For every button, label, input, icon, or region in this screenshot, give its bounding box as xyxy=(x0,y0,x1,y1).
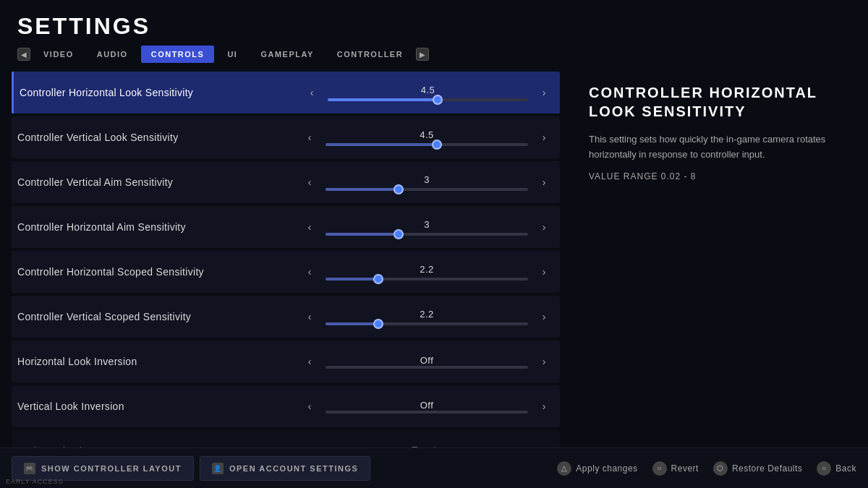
restore-defaults-button[interactable]: ⬡ Restore Defaults xyxy=(713,461,802,476)
setting-row-ctrl-horiz-aim[interactable]: Controller Horizontal Aim Sensitivity‹3› xyxy=(12,206,560,248)
slider-fill-ctrl-horiz-scoped xyxy=(326,278,378,281)
slider-container-ctrl-horiz-look[interactable]: 4.5 xyxy=(328,80,528,106)
back-button[interactable]: ○ Back xyxy=(817,461,856,476)
setting-label-horiz-inversion: Horizontal Look Inversion xyxy=(17,355,299,368)
decrease-btn-ctrl-horiz-look[interactable]: ‹ xyxy=(302,80,322,106)
decrease-btn-ctrl-vert-aim[interactable]: ‹ xyxy=(299,169,320,195)
decrease-btn-ctrl-horiz-scoped[interactable]: ‹ xyxy=(299,259,320,285)
increase-btn-ctrl-horiz-aim[interactable]: › xyxy=(534,214,554,240)
bottom-bar: 🎮 SHOW CONTROLLER LAYOUT 👤 OPEN ACCOUNT … xyxy=(0,448,868,488)
slider-container-ctrl-vert-aim[interactable]: 3 xyxy=(326,169,528,195)
slider-thumb-ctrl-horiz-look xyxy=(433,95,443,105)
increase-btn-ctrl-vert-look[interactable]: › xyxy=(534,124,554,150)
slider-value-ctrl-horiz-scoped: 2.2 xyxy=(420,264,434,275)
bottom-right-actions: △ Apply changes ○ Revert ⬡ Restore Defau… xyxy=(557,461,856,476)
info-panel: CONTROLLER HORIZONTAL LOOK SENSITIVITY T… xyxy=(571,69,868,463)
slider-thumb-ctrl-vert-look xyxy=(432,140,442,150)
setting-label-ctrl-horiz-aim: Controller Horizontal Aim Sensitivity xyxy=(17,221,299,234)
slider-thumb-ctrl-vert-aim xyxy=(393,184,404,194)
tab-ui[interactable]: UI xyxy=(217,46,247,63)
decrease-btn-ctrl-vert-look[interactable]: ‹ xyxy=(299,124,320,150)
slider-container-horiz-inversion[interactable]: Off xyxy=(326,348,528,374)
slider-fill-ctrl-vert-look xyxy=(326,143,437,146)
toggle-value-horiz-inversion: Off xyxy=(326,355,528,366)
tab-gameplay[interactable]: GAMEPLAY xyxy=(250,46,323,63)
tab-controls[interactable]: CONTROLS xyxy=(141,46,215,63)
bottom-left-actions: 🎮 SHOW CONTROLLER LAYOUT 👤 OPEN ACCOUNT … xyxy=(12,456,370,481)
increase-btn-ctrl-vert-aim[interactable]: › xyxy=(534,169,554,195)
show-controller-layout-button[interactable]: 🎮 SHOW CONTROLLER LAYOUT xyxy=(12,456,194,481)
account-icon: 👤 xyxy=(212,463,224,474)
tab-video[interactable]: VIDEO xyxy=(33,46,84,63)
early-access-label: EARLY ACCESS xyxy=(6,478,64,485)
setting-row-ctrl-vert-aim[interactable]: Controller Vertical Aim Sensitivity‹3› xyxy=(12,161,560,203)
setting-row-ctrl-horiz-scoped[interactable]: Controller Horizontal Scoped Sensitivity… xyxy=(12,251,560,293)
increase-btn-ctrl-vert-scoped[interactable]: › xyxy=(534,304,554,330)
decrease-btn-vert-inversion[interactable]: ‹ xyxy=(299,393,320,419)
slider-value-ctrl-vert-scoped: 2.2 xyxy=(420,309,434,320)
slider-container-ctrl-horiz-scoped[interactable]: 2.2 xyxy=(326,259,528,285)
tab-audio[interactable]: AUDIO xyxy=(87,46,138,63)
tab-controller[interactable]: CONTROLLER xyxy=(327,46,413,63)
slider-container-ctrl-horiz-aim[interactable]: 3 xyxy=(326,214,528,240)
info-title: CONTROLLER HORIZONTAL LOOK SENSITIVITY xyxy=(589,83,851,121)
nav-right-icon[interactable]: ▶ xyxy=(416,48,429,61)
nav-left-icon[interactable]: ◀ xyxy=(17,48,30,61)
setting-label-ctrl-horiz-scoped: Controller Horizontal Scoped Sensitivity xyxy=(17,265,299,278)
setting-row-horiz-inversion[interactable]: Horizontal Look Inversion‹Off› xyxy=(12,341,560,382)
slider-track-ctrl-vert-scoped xyxy=(326,322,528,325)
increase-btn-horiz-inversion[interactable]: › xyxy=(534,348,554,374)
slider-fill-ctrl-vert-scoped xyxy=(326,322,378,325)
info-range: VALUE RANGE 0.02 - 8 xyxy=(589,171,851,181)
setting-label-ctrl-vert-scoped: Controller Vertical Scoped Sensitivity xyxy=(17,310,299,323)
slider-value-ctrl-vert-aim: 3 xyxy=(424,174,430,185)
slider-container-ctrl-vert-look[interactable]: 4.5 xyxy=(326,124,528,150)
nav-tabs: ◀ VIDEO AUDIO CONTROLS UI GAMEPLAY CONTR… xyxy=(0,46,868,63)
open-account-settings-button[interactable]: 👤 OPEN ACCOUNT SETTINGS xyxy=(200,456,370,481)
revert-button[interactable]: ○ Revert xyxy=(652,461,699,476)
main-content: Controller Horizontal Look Sensitivity‹4… xyxy=(0,69,868,463)
decrease-btn-horiz-inversion[interactable]: ‹ xyxy=(299,348,320,374)
decrease-btn-ctrl-vert-scoped[interactable]: ‹ xyxy=(299,304,320,330)
setting-label-vert-inversion: Vertical Look Inversion xyxy=(17,400,299,413)
setting-row-ctrl-vert-look[interactable]: Controller Vertical Look Sensitivity‹4.5… xyxy=(12,116,560,158)
slider-track-ctrl-horiz-scoped xyxy=(326,278,528,281)
apply-changes-button[interactable]: △ Apply changes xyxy=(557,461,637,476)
toggle-track-vert-inversion xyxy=(326,411,528,414)
increase-btn-ctrl-horiz-scoped[interactable]: › xyxy=(534,259,554,285)
setting-label-ctrl-horiz-look: Controller Horizontal Look Sensitivity xyxy=(20,86,302,99)
settings-panel: Controller Horizontal Look Sensitivity‹4… xyxy=(0,69,571,463)
slider-container-vert-inversion[interactable]: Off xyxy=(326,393,528,419)
slider-value-ctrl-horiz-aim: 3 xyxy=(424,219,430,230)
setting-row-ctrl-horiz-look[interactable]: Controller Horizontal Look Sensitivity‹4… xyxy=(12,72,560,114)
info-description: This setting sets how quickly the in-gam… xyxy=(589,132,851,163)
slider-container-ctrl-vert-scoped[interactable]: 2.2 xyxy=(326,304,528,330)
decrease-btn-ctrl-horiz-aim[interactable]: ‹ xyxy=(299,214,320,240)
setting-label-ctrl-vert-look: Controller Vertical Look Sensitivity xyxy=(17,131,299,144)
increase-btn-ctrl-horiz-look[interactable]: › xyxy=(534,80,554,106)
toggle-value-vert-inversion: Off xyxy=(326,400,528,411)
slider-value-ctrl-vert-look: 4.5 xyxy=(420,129,434,140)
slider-value-ctrl-horiz-look: 4.5 xyxy=(421,85,435,95)
controller-icon: 🎮 xyxy=(24,463,35,474)
setting-row-ctrl-vert-scoped[interactable]: Controller Vertical Scoped Sensitivity‹2… xyxy=(12,296,560,338)
slider-thumb-ctrl-horiz-scoped xyxy=(373,274,383,284)
back-icon: ○ xyxy=(817,461,831,476)
toggle-track-horiz-inversion xyxy=(326,366,528,369)
restore-icon: ⬡ xyxy=(713,461,728,476)
slider-track-ctrl-vert-look xyxy=(326,143,528,146)
slider-track-ctrl-vert-aim xyxy=(326,188,528,191)
setting-label-ctrl-vert-aim: Controller Vertical Aim Sensitivity xyxy=(17,176,299,189)
slider-track-ctrl-horiz-aim xyxy=(326,233,528,236)
increase-btn-vert-inversion[interactable]: › xyxy=(534,393,554,419)
revert-icon: ○ xyxy=(652,461,667,476)
slider-thumb-ctrl-horiz-aim xyxy=(393,229,404,239)
slider-thumb-ctrl-vert-scoped xyxy=(373,319,383,329)
slider-fill-ctrl-vert-aim xyxy=(326,188,399,191)
apply-icon: △ xyxy=(557,461,571,476)
page-title: SETTINGS xyxy=(0,0,868,46)
slider-fill-ctrl-horiz-aim xyxy=(326,233,399,236)
slider-fill-ctrl-horiz-look xyxy=(328,98,438,101)
slider-track-ctrl-horiz-look xyxy=(328,98,528,101)
setting-row-vert-inversion[interactable]: Vertical Look Inversion‹Off› xyxy=(12,385,560,427)
